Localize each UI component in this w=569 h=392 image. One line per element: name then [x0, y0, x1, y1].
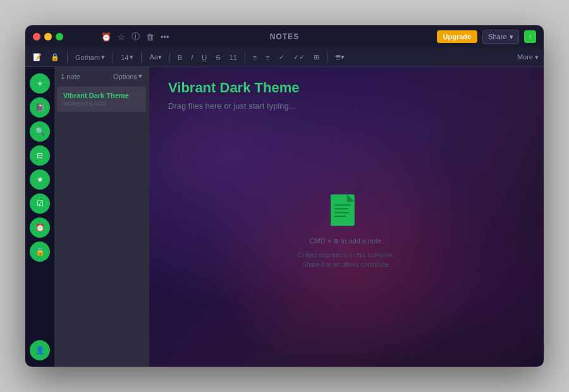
close-button[interactable] [33, 33, 40, 40]
bold-button[interactable]: B [175, 52, 185, 63]
check-button[interactable]: ✓ [276, 52, 287, 63]
align-options[interactable]: ≣▾ [333, 52, 347, 63]
sidebar-icon-search[interactable]: 🔍 [30, 121, 50, 142]
info-icon[interactable]: ⓘ [132, 31, 140, 42]
main-area: + 📓 🔍 ⊟ ★ ☑ ⏰ 🔒 👤 1 note Options ▾ Vibra… [25, 67, 544, 367]
font-size-selector[interactable]: 14 ▾ [118, 52, 136, 63]
minimize-button[interactable] [44, 33, 52, 40]
sidebar-bottom: 👤 [30, 340, 50, 360]
alarm-icon[interactable]: ⏰ [101, 32, 111, 42]
sidebar-icon-snippet[interactable]: ⊟ [30, 145, 50, 166]
sidebar-icon-shortcuts[interactable]: ★ [30, 169, 50, 190]
toolbar-icons: ⏰ ☆ ⓘ 🗑 ••• [101, 31, 169, 42]
star-icon[interactable]: ☆ [118, 32, 125, 42]
note-placeholder: Drag files here or just start typing... [168, 101, 525, 111]
empty-state: CMD + ⊕ to add a note. Collect inspirati… [298, 194, 396, 269]
format-separator-2 [113, 52, 113, 63]
check2-button[interactable]: ✓✓ [291, 52, 307, 63]
upgrade-button[interactable]: Upgrade [437, 30, 478, 43]
more-format-button[interactable]: More ▾ [517, 53, 539, 61]
svg-rect-3 [334, 208, 348, 209]
svg-rect-5 [334, 216, 346, 217]
align-left-button[interactable]: ≡ [250, 52, 259, 63]
svg-rect-4 [334, 212, 350, 213]
sidebar-icon-lock[interactable]: 🔒 [30, 242, 50, 262]
sidebar-icon-profile[interactable]: 👤 [30, 340, 50, 360]
arrow-button[interactable]: ↑ [524, 30, 537, 43]
note-item-time: MOMENTS AGO [63, 101, 140, 107]
note-list-item[interactable]: Vibrant Dark Theme MOMENTS AGO [57, 87, 146, 112]
align-center-button[interactable]: ≡ [263, 52, 272, 63]
note-item-title: Vibrant Dark Theme [63, 92, 140, 99]
sidebar-icon-tasks[interactable]: ☑ [30, 193, 50, 214]
notes-list: 1 note Options ▾ Vibrant Dark Theme MOME… [54, 67, 149, 367]
sidebar: + 📓 🔍 ⊟ ★ ☑ ⏰ 🔒 👤 [25, 67, 54, 367]
sidebar-icon-reminder[interactable]: ⏰ [30, 217, 50, 238]
format-separator-4 [169, 52, 170, 63]
maximize-button[interactable] [56, 33, 63, 40]
sidebar-icon-add[interactable]: + [30, 73, 50, 94]
sidebar-icon-notebook[interactable]: 📓 [30, 97, 50, 118]
chevron-down-icon: ▾ [510, 33, 513, 41]
note-format-icon[interactable]: 📝 [30, 52, 44, 63]
editor-content: Vibrant Dark Theme Drag files here or ju… [149, 67, 544, 123]
window-title: NOTES [270, 32, 299, 41]
font-selector[interactable]: Gotham ▾ [73, 52, 107, 63]
format-bar: 📝 🔒 Gotham ▾ 14 ▾ Aa▾ B I U S 11 ≡ ≡ ✓ ✓… [25, 48, 544, 67]
more-icon[interactable]: ••• [161, 32, 169, 42]
lock-format-icon[interactable]: 🔒 [48, 52, 62, 63]
indent-button[interactable]: ⊞ [311, 52, 322, 63]
empty-note-icon [331, 194, 362, 232]
traffic-lights [33, 33, 63, 40]
title-bar-right: Upgrade Share ▾ ↑ [437, 30, 536, 44]
trash-icon[interactable]: 🗑 [146, 32, 154, 42]
notes-list-header: 1 note Options ▾ [54, 67, 149, 85]
title-bar: ⏰ ☆ ⓘ 🗑 ••• NOTES Upgrade Share ▾ ↑ [25, 25, 544, 48]
format-separator-5 [245, 52, 245, 63]
numbering-button[interactable]: 11 [227, 52, 240, 63]
strikethrough-button[interactable]: S [213, 52, 223, 63]
notes-count: 1 note [61, 73, 80, 80]
editor-area[interactable]: Vibrant Dark Theme Drag files here or ju… [149, 67, 544, 367]
share-button[interactable]: Share ▾ [482, 30, 518, 44]
format-separator-3 [141, 52, 142, 63]
italic-button[interactable]: I [188, 52, 195, 63]
notes-options-button[interactable]: Options ▾ [113, 72, 142, 80]
underline-button[interactable]: U [199, 52, 209, 63]
app-window: ⏰ ☆ ⓘ 🗑 ••• NOTES Upgrade Share ▾ ↑ 📝 🔒 … [25, 25, 544, 367]
format-separator-6 [327, 52, 327, 63]
note-title: Vibrant Dark Theme [168, 80, 525, 96]
format-separator [67, 52, 68, 63]
chevron-icon: ▾ [138, 72, 142, 80]
text-style-icon[interactable]: Aa▾ [147, 52, 164, 63]
empty-add-text: CMD + ⊕ to add a note. [310, 237, 384, 245]
empty-hint: Collect inspiration in this notebook. Sh… [298, 250, 396, 269]
svg-rect-2 [334, 204, 351, 205]
